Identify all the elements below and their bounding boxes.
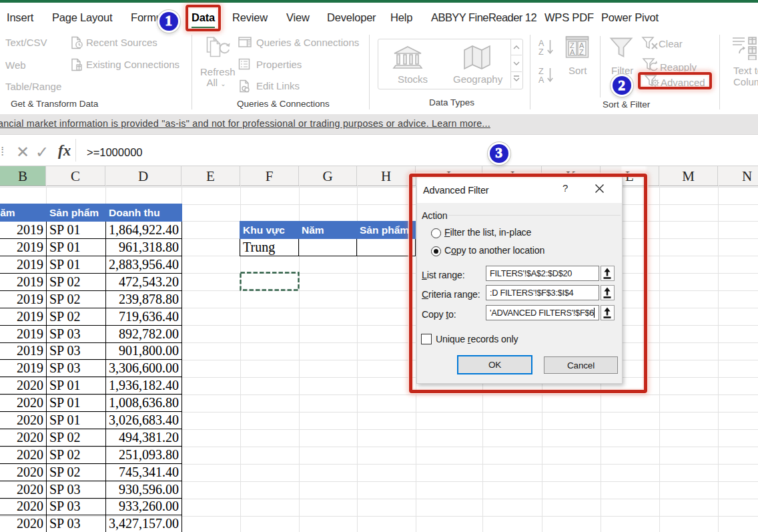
svg-text:A: A [538, 39, 544, 48]
svg-text:Z: Z [538, 67, 544, 76]
svg-text:Z: Z [579, 48, 584, 56]
svg-text:A: A [570, 48, 575, 56]
svg-text:A: A [538, 75, 544, 83]
svg-text:Z: Z [538, 47, 544, 55]
